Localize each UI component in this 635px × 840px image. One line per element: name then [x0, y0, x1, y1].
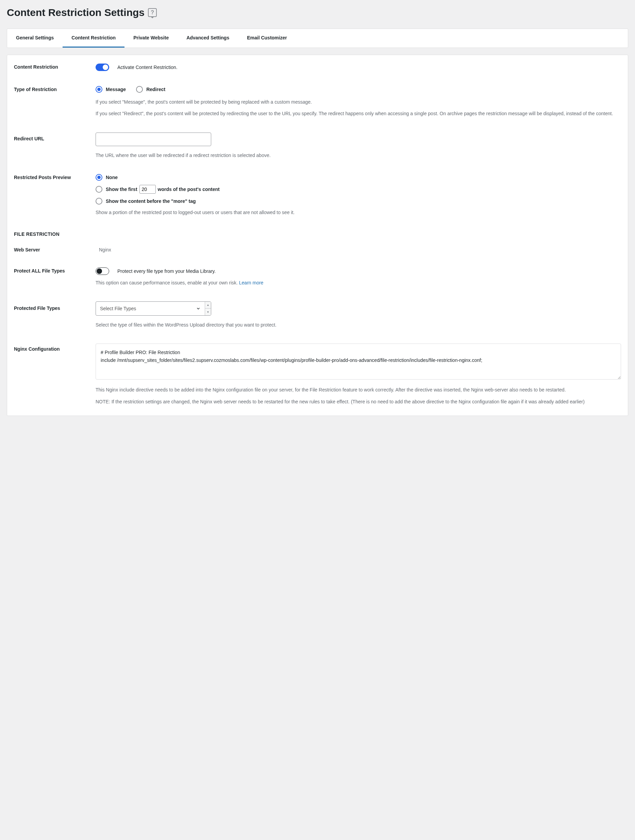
textarea-nginx-config[interactable]: [96, 344, 621, 380]
tabs-nav: General Settings Content Restriction Pri…: [7, 28, 628, 48]
page-title: Content Restriction Settings ?: [7, 7, 628, 18]
label-protected-types: Protected File Types: [14, 302, 96, 311]
tab-advanced-settings[interactable]: Advanced Settings: [177, 29, 238, 47]
radio-option-more-tag[interactable]: Show the content before the "more" tag: [96, 198, 621, 205]
radio-message-label: Message: [106, 87, 126, 92]
radio-option-redirect[interactable]: Redirect: [136, 86, 165, 93]
help-nginx-1: This Nginx include directive needs to be…: [96, 386, 621, 393]
help-type-redirect: If you select "Redirect", the post's con…: [96, 110, 621, 117]
radio-option-none[interactable]: None: [96, 174, 621, 181]
label-redirect-url: Redirect URL: [14, 133, 96, 141]
toggle-content-restriction-label: Activate Content Restriction.: [117, 65, 177, 70]
row-redirect-url: Redirect URL The URL where the user will…: [14, 133, 621, 159]
toggle-content-restriction[interactable]: [96, 63, 109, 71]
chevron-down-icon: [196, 306, 201, 311]
select-placeholder: Select File Types: [100, 306, 136, 311]
radio-option-words[interactable]: Show the first words of the post's conte…: [96, 185, 621, 194]
tab-private-website[interactable]: Private Website: [125, 29, 177, 47]
input-words-count[interactable]: [139, 185, 156, 194]
input-redirect-url[interactable]: [96, 133, 211, 146]
help-redirect-url: The URL where the user will be redirecte…: [96, 152, 621, 159]
row-restricted-preview: Restricted Posts Preview None Show the f…: [14, 174, 621, 216]
label-web-server: Web Server: [14, 246, 96, 253]
radio-none: [96, 174, 102, 181]
toggle-protect-all-label: Protect every file type from your Media …: [117, 268, 215, 274]
row-web-server: Web Server Nginx: [14, 246, 621, 253]
value-web-server: Nginx: [96, 246, 621, 253]
protect-all-help-text: This option can cause performance issues…: [96, 280, 239, 286]
help-type-message: If you select "Message", the post's cont…: [96, 98, 621, 106]
select-stepper: ▲ ▼: [205, 302, 211, 315]
label-type-of-restriction: Type of Restriction: [14, 86, 96, 92]
label-protect-all: Protect ALL File Types: [14, 267, 96, 273]
radio-more-tag-label: Show the content before the "more" tag: [106, 199, 196, 204]
page-title-text: Content Restriction Settings: [7, 7, 144, 18]
radio-more-tag: [96, 198, 102, 205]
stepper-up[interactable]: ▲: [205, 302, 211, 309]
tab-content-restriction[interactable]: Content Restriction: [63, 29, 125, 47]
row-protected-types: Protected File Types Select File Types ▲…: [14, 302, 621, 328]
row-type-of-restriction: Type of Restriction Message Redirect If …: [14, 86, 621, 118]
radio-option-message[interactable]: Message: [96, 86, 126, 93]
toggle-knob: [103, 65, 108, 70]
radio-redirect-label: Redirect: [146, 87, 165, 92]
row-content-restriction: Content Restriction Activate Content Res…: [14, 63, 621, 71]
words-suffix: words of the post's content: [158, 186, 220, 192]
stepper-down[interactable]: ▼: [205, 308, 211, 315]
label-content-restriction: Content Restriction: [14, 63, 96, 69]
tab-general-settings[interactable]: General Settings: [7, 29, 63, 47]
radio-message: [96, 86, 102, 93]
toggle-knob: [97, 268, 102, 274]
help-protect-all: This option can cause performance issues…: [96, 279, 621, 286]
select-file-types[interactable]: Select File Types ▲ ▼: [96, 302, 211, 316]
row-nginx-config: Nginx Configuration This Nginx include d…: [14, 344, 621, 406]
radio-words-label: Show the first words of the post's conte…: [106, 185, 220, 194]
learn-more-link[interactable]: Learn more: [239, 280, 264, 286]
radio-words: [96, 186, 102, 193]
row-protect-all: Protect ALL File Types Protect every fil…: [14, 267, 621, 286]
label-restricted-preview: Restricted Posts Preview: [14, 174, 96, 180]
label-nginx-config: Nginx Configuration: [14, 344, 96, 352]
section-file-restriction: FILE RESTRICTION: [14, 231, 621, 237]
words-prefix: Show the first: [106, 186, 138, 192]
radio-redirect: [136, 86, 143, 93]
tab-email-customizer[interactable]: Email Customizer: [238, 29, 296, 47]
toggle-protect-all[interactable]: [96, 267, 109, 275]
help-icon[interactable]: ?: [148, 8, 157, 17]
help-protected-types: Select the type of files within the Word…: [96, 321, 621, 328]
help-nginx-2: NOTE: If the restriction settings are ch…: [96, 398, 621, 406]
radio-none-label: None: [106, 175, 118, 180]
settings-panel: Content Restriction Activate Content Res…: [7, 55, 628, 416]
help-restricted-preview: Show a portion of the restricted post to…: [96, 208, 621, 216]
